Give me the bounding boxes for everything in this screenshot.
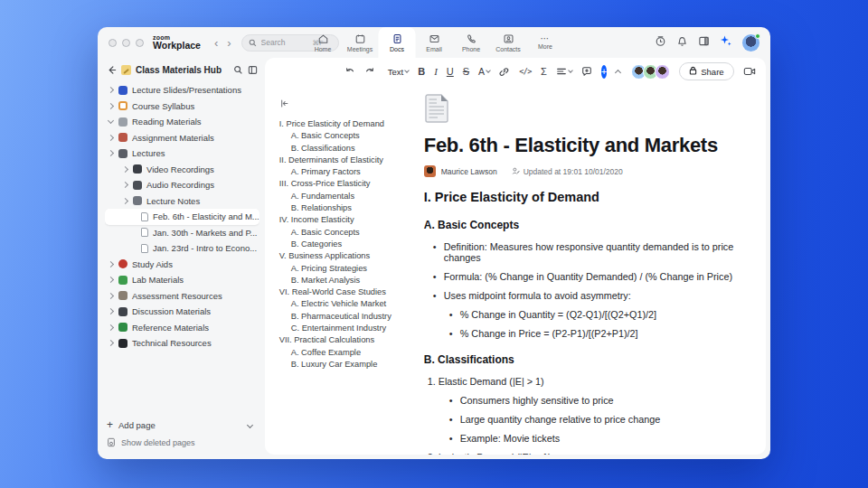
bullet-item[interactable]: Uses midpoint formula to avoid asymmetry…: [424, 291, 739, 302]
tab-contacts[interactable]: Contacts: [490, 27, 527, 58]
search-input[interactable]: [261, 38, 308, 47]
code-button[interactable]: </>: [519, 67, 532, 76]
redo-button[interactable]: [364, 66, 375, 77]
chevron-right-icon[interactable]: [108, 324, 114, 331]
sidebar-search-icon[interactable]: [233, 65, 243, 75]
strikethrough-button[interactable]: S: [463, 66, 469, 77]
toc-item[interactable]: II. Determinants of Elasticity: [279, 155, 411, 166]
bullet-item[interactable]: Example: Movie tickets: [424, 434, 739, 445]
toc-item[interactable]: B. Classifications: [279, 143, 411, 155]
toc-item[interactable]: B. Luxury Car Example: [279, 359, 411, 371]
insert-plus-button[interactable]: +: [601, 65, 607, 79]
add-page-button[interactable]: + Add page: [107, 416, 258, 434]
sidebar-item-study-aids[interactable]: Study Aids: [105, 257, 259, 273]
back-arrow-icon[interactable]: [107, 65, 117, 75]
chevron-right-icon[interactable]: [108, 103, 114, 109]
chevron-right-icon[interactable]: [108, 87, 114, 93]
tab-more[interactable]: ⋯ More: [527, 27, 564, 58]
sidebar-item-video-recordings[interactable]: Video Recordings: [105, 162, 259, 178]
undo-button[interactable]: [344, 66, 355, 77]
chevron-right-icon[interactable]: [122, 166, 128, 173]
sidebar-panel-icon[interactable]: [248, 65, 258, 75]
align-dropdown[interactable]: [556, 66, 572, 77]
share-button[interactable]: Share: [679, 62, 733, 80]
sidebar-item-lecture-notes[interactable]: Lecture Notes: [105, 193, 259, 210]
sidebar-item-course-syllabus[interactable]: Course Syllabus: [105, 99, 259, 115]
toc-item[interactable]: A. Basic Concepts: [279, 227, 411, 239]
comment-button[interactable]: [581, 66, 592, 77]
close-window-button[interactable]: [108, 39, 117, 47]
chevron-right-icon[interactable]: [108, 277, 114, 283]
sidebar-item-lectures[interactable]: Lectures: [105, 145, 259, 162]
sidebar-item-jan-30-doc[interactable]: Jan. 30th - Markets and P...: [105, 225, 259, 241]
chat-button[interactable]: [765, 66, 766, 77]
toc-item[interactable]: A. Pricing Strategies: [279, 263, 411, 275]
chevron-right-icon[interactable]: [122, 198, 128, 204]
toc-item[interactable]: V. Business Applications: [279, 250, 411, 262]
nav-back-button[interactable]: ‹: [210, 36, 222, 50]
toc-item[interactable]: IV. Income Elasticity: [279, 214, 411, 226]
tab-docs[interactable]: Docs: [379, 27, 416, 58]
toc-item[interactable]: VII. Practical Calculations: [279, 334, 411, 346]
sidebar-item-feb-6-doc[interactable]: Feb. 6th - Elasticity and M...: [105, 209, 259, 225]
toc-item[interactable]: B. Market Analysis: [279, 275, 411, 286]
sidebar-item-assignment-materials[interactable]: Assignment Materials: [105, 130, 259, 146]
numbered-item[interactable]: 1. Elastic Demand (|E| > 1): [424, 377, 739, 388]
toc-item[interactable]: A. Fundamentals: [279, 191, 411, 202]
toc-item[interactable]: VI. Real-World Case Studies: [279, 286, 411, 298]
numbered-item[interactable]: 2. Inelastic Demand (|E| < 1): [424, 453, 739, 455]
history-icon[interactable]: [655, 34, 666, 51]
chevron-right-icon[interactable]: [122, 182, 128, 188]
chevron-right-icon[interactable]: [108, 261, 114, 267]
tab-meetings[interactable]: Meetings: [342, 27, 379, 58]
subsection-heading[interactable]: B. Classifications: [424, 353, 739, 366]
toc-item[interactable]: B. Relationships: [279, 202, 411, 214]
bullet-item[interactable]: Definition: Measures how responsive quan…: [424, 242, 739, 263]
bullet-item[interactable]: Formula: (% Change in Quantity Demanded)…: [424, 272, 739, 283]
sidebar-item-audio-recordings[interactable]: Audio Recordings: [105, 177, 259, 193]
sidebar-item-reference-materials[interactable]: Reference Materials: [105, 320, 259, 336]
user-avatar[interactable]: [742, 34, 760, 52]
toc-item[interactable]: B. Categories: [279, 239, 411, 250]
tab-phone[interactable]: Phone: [453, 27, 490, 58]
sidebar-item-discussion-materials[interactable]: Discussion Materials: [105, 304, 259, 320]
chevron-right-icon[interactable]: [108, 293, 114, 299]
sidebar-item-technical-resources[interactable]: Technical Resources: [105, 335, 259, 352]
bold-button[interactable]: B: [418, 66, 425, 77]
chevron-down-icon[interactable]: [108, 117, 114, 124]
chevron-right-icon[interactable]: [108, 135, 114, 141]
equation-button[interactable]: Σ: [541, 66, 547, 77]
document-page[interactable]: Feb. 6th - Elasticity and Markets Mauric…: [415, 87, 766, 455]
document-title[interactable]: Feb. 6th - Elasticity and Markets: [424, 134, 739, 157]
sidebar-item-lab-materials[interactable]: Lab Materials: [105, 272, 259, 288]
nav-forward-button[interactable]: ›: [222, 36, 235, 50]
bullet-item[interactable]: Consumers highly sensitive to price: [424, 396, 739, 407]
bullet-item[interactable]: Large quantity change relative to price …: [424, 415, 739, 426]
bullet-item[interactable]: % Change in Price = (P2-P1)/[(P2+P1)/2]: [424, 329, 739, 340]
collaborator-avatar-3[interactable]: [655, 64, 670, 80]
toc-item[interactable]: A. Basic Concepts: [279, 130, 411, 142]
collapse-toolbar-button[interactable]: [616, 68, 620, 75]
text-style-dropdown[interactable]: Text: [388, 67, 409, 77]
sidebar-item-assessment-resources[interactable]: Assessment Resources: [105, 288, 259, 305]
sidebar-item-lecture-slides[interactable]: Lecture Slides/Presentations: [105, 82, 259, 99]
minimize-window-button[interactable]: [122, 39, 130, 47]
ai-companion-icon[interactable]: [720, 34, 732, 51]
panel-toggle-icon[interactable]: [698, 34, 710, 51]
video-call-button[interactable]: [743, 66, 756, 77]
chevron-right-icon[interactable]: [108, 308, 114, 314]
underline-button[interactable]: U: [447, 66, 454, 77]
toc-item[interactable]: A. Primary Factors: [279, 166, 411, 178]
toc-item[interactable]: III. Cross-Price Elasticity: [279, 178, 411, 190]
chevron-right-icon[interactable]: [108, 340, 114, 346]
toc-item[interactable]: A. Electric Vehicle Market: [279, 298, 411, 310]
section-heading[interactable]: I. Price Elasticity of Demand: [424, 190, 739, 204]
toc-item[interactable]: A. Coffee Example: [279, 347, 411, 359]
link-button[interactable]: [499, 66, 510, 77]
bullet-item[interactable]: % Change in Quantity = (Q2-Q1)/[(Q2+Q1)/…: [424, 310, 739, 321]
italic-button[interactable]: I: [434, 66, 438, 77]
chevron-right-icon[interactable]: [108, 150, 114, 156]
notifications-bell-icon[interactable]: [676, 34, 688, 51]
toc-collapse-icon[interactable]: [279, 96, 411, 112]
sidebar-item-jan-23-doc[interactable]: Jan. 23rd - Intro to Econo...: [105, 240, 259, 257]
